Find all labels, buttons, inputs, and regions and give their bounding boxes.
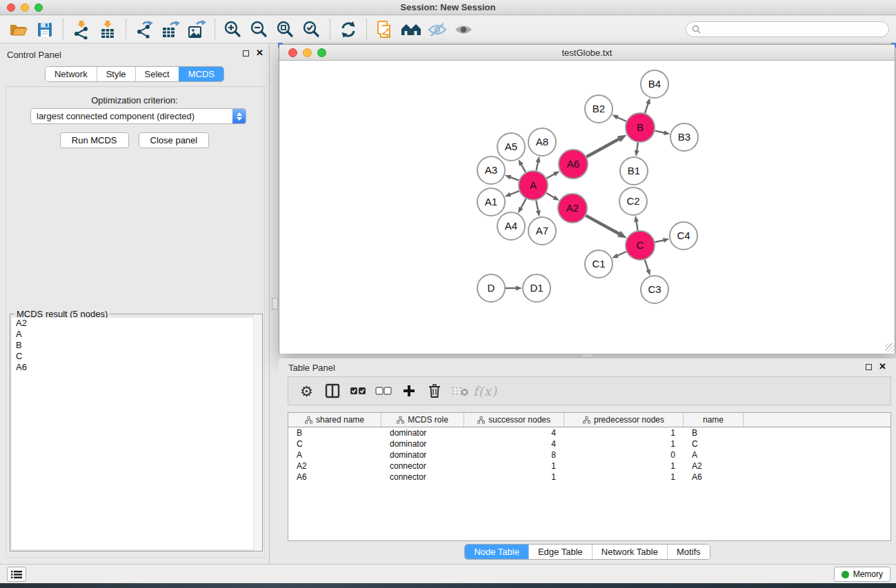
delete-column-icon[interactable] [421, 379, 447, 403]
window-resize-grip[interactable] [885, 343, 894, 352]
column-header-predecessor-nodes[interactable]: predecessor nodes [564, 413, 684, 427]
optimization-criterion-dropdown[interactable]: largest connected component (directed) [30, 108, 246, 124]
graph-edge-A-A6[interactable] [546, 174, 555, 179]
result-scrollbar-track[interactable] [253, 314, 262, 551]
tab-edge-table[interactable]: Edge Table [528, 545, 592, 559]
table-cell[interactable]: 4 [464, 427, 564, 438]
table-cell[interactable]: 0 [564, 449, 684, 460]
open-session-icon[interactable] [6, 18, 32, 41]
minimize-view-button[interactable] [303, 48, 312, 57]
table-row[interactable]: Cdominator41C [288, 438, 890, 449]
zoom-window-button[interactable] [34, 3, 43, 12]
table-cell[interactable]: A2 [288, 460, 381, 472]
add-column-icon[interactable] [396, 379, 421, 403]
table-cell[interactable]: C [288, 438, 381, 449]
graph-edge-A-A3[interactable] [509, 176, 519, 180]
splitter-handle[interactable] [581, 354, 592, 357]
graph-edge-A2-C[interactable] [586, 216, 620, 234]
table-cell[interactable]: A [684, 449, 744, 460]
graph-edge-B-B1[interactable] [637, 143, 638, 152]
graph-edge-A-A8[interactable] [536, 161, 538, 170]
tab-select[interactable]: Select [135, 67, 179, 81]
result-item[interactable]: A2 [12, 318, 261, 329]
show-all-icon[interactable] [450, 18, 477, 41]
table-cell[interactable]: 1 [564, 460, 684, 472]
refresh-layout-icon[interactable] [335, 18, 361, 41]
graph-edge-C-C1[interactable] [617, 252, 626, 256]
deselect-all-icon[interactable] [370, 379, 396, 403]
save-session-icon[interactable] [32, 18, 58, 41]
new-network-from-selection-icon[interactable] [372, 18, 398, 41]
export-image-icon[interactable] [183, 18, 210, 41]
zoom-selected-icon[interactable] [299, 18, 325, 41]
tab-mcds[interactable]: MCDS [179, 67, 223, 81]
column-header-MCDS-role[interactable]: MCDS role [381, 413, 464, 427]
first-neighbors-icon[interactable] [398, 18, 424, 41]
graph-edge-A-A4[interactable] [520, 199, 526, 209]
close-panel-icon[interactable]: ✕ [879, 363, 886, 370]
graph-edge-C-C4[interactable] [655, 240, 664, 242]
result-item[interactable]: A6 [12, 362, 261, 373]
result-item[interactable]: A [12, 329, 261, 340]
table-cell[interactable]: 1 [564, 427, 684, 438]
float-panel-icon[interactable] [243, 50, 249, 57]
table-cell[interactable]: connector [381, 460, 464, 472]
graph-edge-B-B2[interactable] [617, 116, 626, 121]
close-panel-icon[interactable]: ✕ [256, 50, 263, 57]
gear-icon[interactable]: ⚙ [294, 379, 319, 403]
column-header-shared-name[interactable]: shared name [288, 413, 381, 427]
graph-edge-A6-B[interactable] [586, 139, 620, 157]
zoom-out-icon[interactable] [246, 18, 272, 41]
splitter-handle[interactable] [272, 298, 278, 310]
function-builder-icon[interactable]: f(x) [472, 379, 498, 403]
import-table-icon[interactable] [94, 18, 121, 41]
network-canvas[interactable]: AA1A3A5A8A4A7A6A2BB1B2B3B4CC1C2C3C4DD1 [279, 61, 895, 354]
run-mcds-button[interactable]: Run MCDS [60, 132, 129, 148]
table-row[interactable]: A2connector11A2 [288, 460, 890, 472]
table-row[interactable]: Bdominator41B [288, 427, 890, 438]
column-header-successor-nodes[interactable]: successor nodes [464, 413, 564, 427]
table-cell[interactable]: 1 [564, 438, 684, 449]
graph-edge-C-C3[interactable] [645, 260, 648, 271]
table-cell[interactable]: 8 [464, 449, 564, 460]
table-cell[interactable]: connector [381, 472, 464, 483]
graph-edge-A-A2[interactable] [546, 193, 555, 198]
table-cell[interactable]: A6 [288, 472, 381, 483]
close-view-button[interactable] [288, 48, 297, 57]
network-graph[interactable]: AA1A3A5A8A4A7A6A2BB1B2B3B4CC1C2C3C4DD1 [279, 61, 895, 354]
result-item[interactable]: B [12, 340, 261, 351]
table-row[interactable]: Adominator80A [288, 449, 890, 460]
search-input[interactable] [704, 25, 888, 34]
minimize-window-button[interactable] [21, 3, 29, 12]
search-field[interactable] [686, 21, 889, 37]
table-cell[interactable]: A [288, 449, 381, 460]
tab-node-table[interactable]: Node Table [465, 545, 528, 559]
import-network-icon[interactable] [68, 18, 94, 41]
column-layout-icon[interactable] [319, 379, 345, 403]
table-cell[interactable]: B [288, 427, 381, 438]
tab-network-table[interactable]: Network Table [592, 545, 667, 559]
graph-edge-C-C2[interactable] [636, 221, 637, 231]
table-cell[interactable]: 1 [464, 460, 564, 472]
export-network-icon[interactable] [131, 18, 157, 41]
network-window-title-bar[interactable]: testGlobe.txt [279, 45, 895, 61]
graph-edge-A-A1[interactable] [509, 191, 519, 195]
table-cell[interactable]: dominator [381, 438, 464, 449]
close-panel-button[interactable]: Close panel [139, 132, 210, 148]
graph-edge-B-B4[interactable] [645, 103, 648, 114]
table-cell[interactable]: 1 [564, 472, 684, 483]
graph-edge-B-B3[interactable] [655, 131, 665, 133]
table-cell[interactable]: dominator [381, 449, 464, 460]
select-all-icon[interactable] [345, 379, 370, 403]
table-cell[interactable]: dominator [381, 427, 464, 438]
hide-selected-icon[interactable] [424, 18, 450, 41]
table-row[interactable]: A6connector11A6 [288, 472, 890, 483]
table-cell[interactable]: 1 [464, 472, 564, 483]
close-window-button[interactable] [7, 3, 15, 12]
graph-edge-A-A7[interactable] [536, 201, 538, 212]
memory-button[interactable]: Memory [834, 567, 890, 582]
column-header-name[interactable]: name [684, 413, 744, 427]
table-cell[interactable]: 4 [464, 438, 564, 449]
zoom-in-icon[interactable] [220, 18, 246, 41]
zoom-view-button[interactable] [317, 48, 326, 57]
